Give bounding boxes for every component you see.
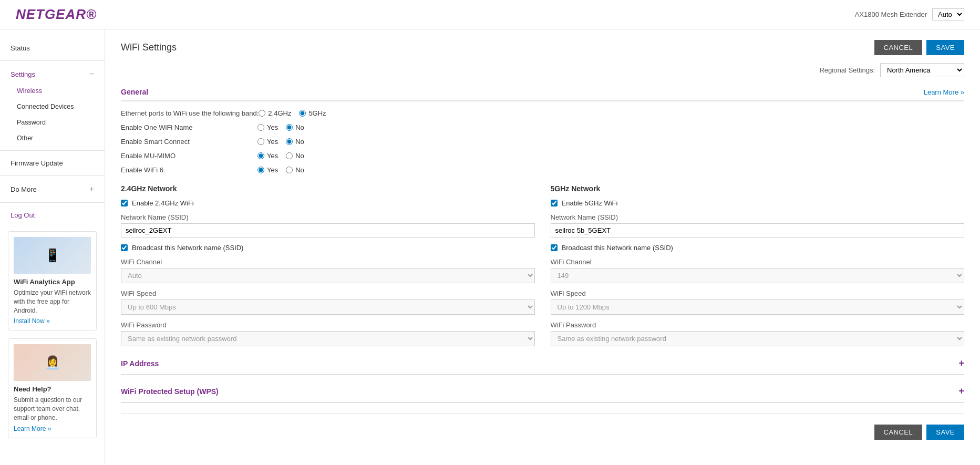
ethernet-band-row: Ethernet ports to WiFi use the following… xyxy=(121,109,964,117)
do-more-label: Do More xyxy=(11,185,37,193)
header: NETGEAR® AX1800 Mesh Extender Auto xyxy=(0,0,980,29)
password-5-field: WiFi Password Same as existing network p… xyxy=(551,321,965,346)
mu-mimo-no-option[interactable]: No xyxy=(286,152,304,160)
wifi6-no-option[interactable]: No xyxy=(286,166,304,174)
one-wifi-yes-radio[interactable] xyxy=(257,124,264,131)
mu-mimo-no-radio[interactable] xyxy=(286,152,293,159)
network-grid: 2.4GHz Network Enable 2.4GHz WiFi Networ… xyxy=(121,184,964,353)
sidebar-item-connected-devices[interactable]: Connected Devices xyxy=(0,99,105,115)
do-more-expand-icon: + xyxy=(89,184,94,194)
wifi6-label: Enable WiFi 6 xyxy=(121,166,257,174)
wifi6-radios: Yes No xyxy=(257,166,304,174)
install-now-link[interactable]: Install Now » xyxy=(14,317,91,325)
header-device: AX1800 Mesh Extender Auto xyxy=(855,8,964,20)
sidebar-item-settings[interactable]: Settings − xyxy=(0,65,105,83)
speed-24-label: WiFi Speed xyxy=(121,290,535,297)
one-wifi-no-radio[interactable] xyxy=(286,124,293,131)
wifi6-yes-radio[interactable] xyxy=(257,167,264,173)
ip-address-header[interactable]: IP Address + xyxy=(121,358,964,369)
enable-5-label[interactable]: Enable 5GHz WiFi xyxy=(562,199,618,207)
one-wifi-no-option[interactable]: No xyxy=(286,123,304,131)
sidebar: Status Settings − Wireless Connected Dev… xyxy=(0,29,105,465)
band-24-radio[interactable] xyxy=(259,110,265,117)
regional-settings-row: Regional Settings: North America xyxy=(121,63,964,77)
network-24-section: 2.4GHz Network Enable 2.4GHz WiFi Networ… xyxy=(121,184,535,353)
broadcast-5-checkbox[interactable] xyxy=(551,244,558,251)
wps-header[interactable]: WiFi Protected Setup (WPS) + xyxy=(121,386,964,397)
save-button-bottom[interactable]: SAVE xyxy=(926,425,964,440)
sidebar-item-status[interactable]: Status xyxy=(0,40,105,56)
wifi-analytics-title: WiFi Analytics App xyxy=(14,278,91,286)
enable-24-label[interactable]: Enable 2.4GHz WiFi xyxy=(132,199,194,207)
need-help-title: Need Help? xyxy=(14,385,91,393)
speed-24-select[interactable]: Up to 600 Mbps xyxy=(121,299,535,315)
smart-connect-yes-radio[interactable] xyxy=(257,138,264,145)
wifi-analytics-image: 📱 xyxy=(14,237,91,274)
band-5-label: 5GHz xyxy=(308,109,326,117)
one-wifi-no-label: No xyxy=(295,123,304,131)
smart-connect-no-radio[interactable] xyxy=(286,138,293,145)
smart-connect-no-option[interactable]: No xyxy=(286,138,304,146)
one-wifi-label: Enable One WiFi Name xyxy=(121,123,257,131)
sidebar-divider-2 xyxy=(0,150,105,151)
cancel-button-bottom[interactable]: CANCEL xyxy=(874,425,923,440)
band-5-option[interactable]: 5GHz xyxy=(299,109,326,117)
sidebar-item-logout[interactable]: Log Out xyxy=(0,207,105,223)
sidebar-item-other[interactable]: Other xyxy=(0,130,105,146)
wifi6-no-radio[interactable] xyxy=(286,167,293,173)
ip-address-section: IP Address + xyxy=(121,353,964,375)
speed-5-select[interactable]: Up to 1200 Mbps xyxy=(551,299,965,315)
smart-connect-yes-option[interactable]: Yes xyxy=(257,138,278,146)
channel-5-select[interactable]: 149 xyxy=(551,268,965,283)
cancel-button-top[interactable]: CANCEL xyxy=(874,40,923,55)
broadcast-5-row: Broadcast this Network name (SSID) xyxy=(551,244,965,252)
mu-mimo-yes-option[interactable]: Yes xyxy=(257,152,278,160)
ssid-5-input[interactable] xyxy=(551,223,965,237)
ssid-24-input[interactable] xyxy=(121,223,535,237)
sidebar-item-do-more[interactable]: Do More + xyxy=(0,180,105,198)
device-name: AX1800 Mesh Extender xyxy=(855,11,927,18)
header-btn-group: CANCEL SAVE xyxy=(874,40,964,55)
one-wifi-yes-label: Yes xyxy=(267,123,278,131)
channel-5-label: WiFi Channel xyxy=(551,258,965,266)
ssid-5-field: Network Name (SSID) xyxy=(551,213,965,237)
sidebar-divider-3 xyxy=(0,175,105,176)
learn-more-general-link[interactable]: Learn More » xyxy=(924,88,964,96)
channel-24-select[interactable]: Auto xyxy=(121,268,535,283)
save-button-top[interactable]: SAVE xyxy=(926,40,964,55)
wifi6-yes-option[interactable]: Yes xyxy=(257,166,278,174)
enable-5-checkbox[interactable] xyxy=(551,200,558,206)
enable-24-checkbox[interactable] xyxy=(121,200,128,206)
ethernet-band-radios: 2.4GHz 5GHz xyxy=(259,109,326,117)
password-5-select[interactable]: Same as existing network password xyxy=(551,331,965,346)
sidebar-item-firmware[interactable]: Firmware Update xyxy=(0,155,105,171)
regional-label: Regional Settings: xyxy=(819,66,875,74)
regional-select[interactable]: North America xyxy=(880,63,964,77)
enable-24-row: Enable 2.4GHz WiFi xyxy=(121,199,535,207)
speed-5-field: WiFi Speed Up to 1200 Mbps xyxy=(551,290,965,315)
broadcast-24-checkbox[interactable] xyxy=(121,244,128,251)
wifi6-yes-label: Yes xyxy=(267,166,278,174)
wps-expand-icon[interactable]: + xyxy=(958,386,964,397)
mu-mimo-yes-label: Yes xyxy=(267,152,278,160)
band-5-radio[interactable] xyxy=(299,110,306,117)
auto-select[interactable]: Auto xyxy=(932,8,964,20)
band-24-option[interactable]: 2.4GHz xyxy=(259,109,291,117)
sidebar-divider-1 xyxy=(0,60,105,61)
ip-address-expand-icon[interactable]: + xyxy=(958,358,964,369)
sidebar-item-password[interactable]: Password xyxy=(0,115,105,130)
page-title: WiFi Settings xyxy=(121,42,177,53)
password-24-select[interactable]: Same as existing network password xyxy=(121,331,535,346)
broadcast-5-label[interactable]: Broadcast this Network name (SSID) xyxy=(562,244,673,252)
mu-mimo-row: Enable MU-MIMO Yes No xyxy=(121,152,964,160)
settings-label: Settings xyxy=(11,70,35,78)
mu-mimo-yes-radio[interactable] xyxy=(257,152,264,159)
need-help-text: Submit a question to our support team ov… xyxy=(14,396,91,422)
channel-5-field: WiFi Channel 149 xyxy=(551,258,965,283)
bottom-btn-group: CANCEL SAVE xyxy=(121,414,964,450)
broadcast-24-label[interactable]: Broadcast this Network name (SSID) xyxy=(132,244,243,252)
one-wifi-yes-option[interactable]: Yes xyxy=(257,123,278,131)
learn-more-link[interactable]: Learn More » xyxy=(14,425,91,432)
mu-mimo-label: Enable MU-MIMO xyxy=(121,152,257,160)
sidebar-item-wireless[interactable]: Wireless xyxy=(0,83,105,99)
